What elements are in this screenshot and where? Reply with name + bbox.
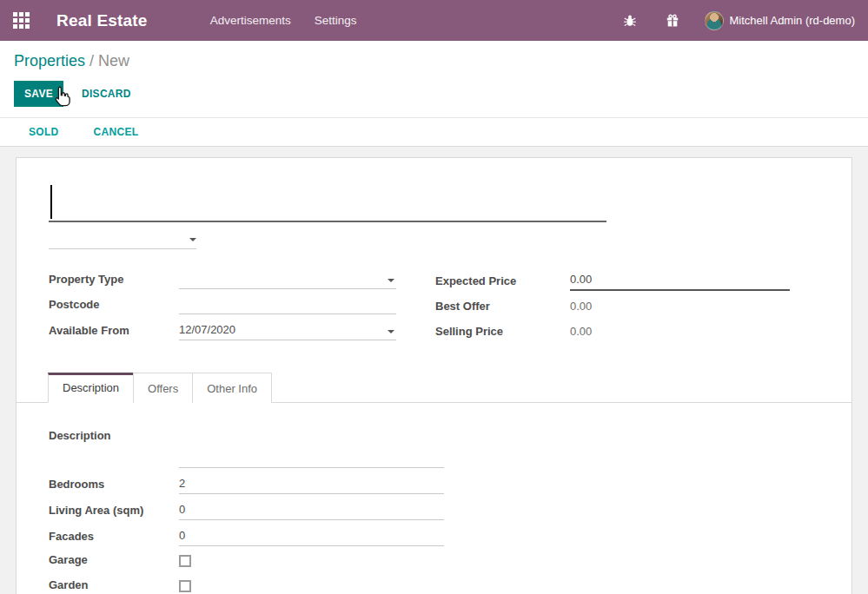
field-label: Facades: [49, 530, 179, 546]
breadcrumb-current: New: [98, 52, 129, 69]
breadcrumb-separator: /: [89, 52, 98, 69]
discard-button[interactable]: DISCARD: [76, 87, 136, 101]
description-section-label: Description: [49, 429, 819, 442]
field-label: Property Type: [49, 273, 179, 289]
notebook-tabs: Description Offers Other Info: [17, 373, 851, 402]
chevron-down-icon: [388, 279, 394, 282]
best-offer-value: 0.00: [570, 298, 790, 316]
field-facades: Facades 0: [49, 527, 444, 546]
field-label-spacer: [49, 465, 179, 468]
sold-button[interactable]: SOLD: [23, 125, 64, 139]
garden-checkbox[interactable]: [179, 580, 191, 592]
user-avatar[interactable]: [705, 11, 724, 30]
control-panel: Properties / New SAVE DISCARD: [0, 41, 868, 117]
field-garage: Garage: [49, 553, 444, 570]
field-label: Living Area (sqm): [49, 504, 179, 520]
field-label: Garden: [49, 578, 179, 594]
field-label: Garage: [49, 553, 179, 570]
living-area-input[interactable]: 0: [179, 501, 444, 520]
cancel-button[interactable]: CANCEL: [89, 125, 144, 139]
save-button[interactable]: SAVE: [14, 81, 63, 107]
form-sheet: Property Type Postcode Available From: [16, 157, 852, 594]
gift-icon[interactable]: [666, 14, 679, 28]
field-label: Postcode: [49, 298, 179, 314]
bedrooms-input[interactable]: 2: [179, 475, 444, 494]
field-label: Best Offer: [435, 300, 570, 316]
available-from-input[interactable]: 12/07/2020: [179, 321, 396, 340]
tab-other-info[interactable]: Other Info: [192, 373, 272, 403]
facades-input[interactable]: 0: [179, 527, 444, 546]
property-type-input[interactable]: [179, 271, 396, 289]
chevron-down-icon: [388, 330, 394, 333]
navbar-menus: Advertisements Settings: [210, 14, 357, 27]
field-garden: Garden: [49, 578, 444, 594]
description-tab-content: Description Bedrooms 2 Living Area (sqm)…: [49, 403, 819, 594]
description-input[interactable]: [179, 450, 444, 468]
field-label: Bedrooms: [49, 478, 179, 494]
field-grid: Property Type Postcode Available From: [49, 271, 819, 348]
postcode-input[interactable]: [179, 296, 396, 314]
apps-menu-icon[interactable]: [13, 12, 30, 29]
breadcrumb-properties-link[interactable]: Properties: [14, 52, 85, 69]
field-column-right: Expected Price 0.00 Best Offer 0.00 Sell…: [435, 271, 790, 348]
field-property-type: Property Type: [49, 271, 396, 289]
menu-advertisements[interactable]: Advertisements: [210, 14, 291, 27]
field-label: Selling Price: [435, 325, 570, 341]
field-bedrooms: Bedrooms 2: [49, 475, 444, 494]
field-column-left: Property Type Postcode Available From: [49, 271, 396, 348]
app-brand[interactable]: Real Estate: [56, 11, 148, 30]
field-living-area: Living Area (sqm) 0: [49, 501, 444, 520]
property-name-input[interactable]: [49, 182, 606, 222]
notebook: Description Offers Other Info: [17, 373, 851, 403]
property-tags-input[interactable]: [49, 231, 196, 249]
field-label: Expected Price: [435, 274, 570, 291]
top-navbar: Real Estate Advertisements Settings: [0, 0, 868, 41]
field-postcode: Postcode: [49, 296, 396, 314]
menu-settings[interactable]: Settings: [315, 14, 357, 27]
field-available-from: Available From 12/07/2020: [49, 321, 396, 340]
field-expected-price: Expected Price 0.00: [435, 271, 790, 291]
breadcrumb: Properties / New: [14, 51, 854, 71]
form-statusbar: SOLD CANCEL: [0, 117, 868, 147]
navbar-right: Mitchell Admin (rd-demo): [623, 11, 856, 30]
chevron-down-icon: [189, 238, 196, 241]
form-view-area: Property Type Postcode Available From: [0, 147, 868, 594]
field-selling-price: Selling Price 0.00: [435, 323, 790, 341]
tab-offers[interactable]: Offers: [133, 373, 193, 403]
field-label: Available From: [49, 324, 179, 340]
field-description-text: [49, 450, 444, 468]
bug-icon[interactable]: [623, 14, 637, 28]
garage-checkbox[interactable]: [179, 555, 191, 567]
selling-price-value: 0.00: [570, 323, 790, 341]
control-panel-buttons: SAVE DISCARD: [14, 81, 854, 107]
text-cursor: [50, 185, 52, 219]
tab-description[interactable]: Description: [48, 373, 134, 403]
user-menu[interactable]: Mitchell Admin (rd-demo): [730, 14, 856, 27]
field-best-offer: Best Offer 0.00: [435, 298, 790, 316]
expected-price-input[interactable]: 0.00: [570, 271, 790, 291]
